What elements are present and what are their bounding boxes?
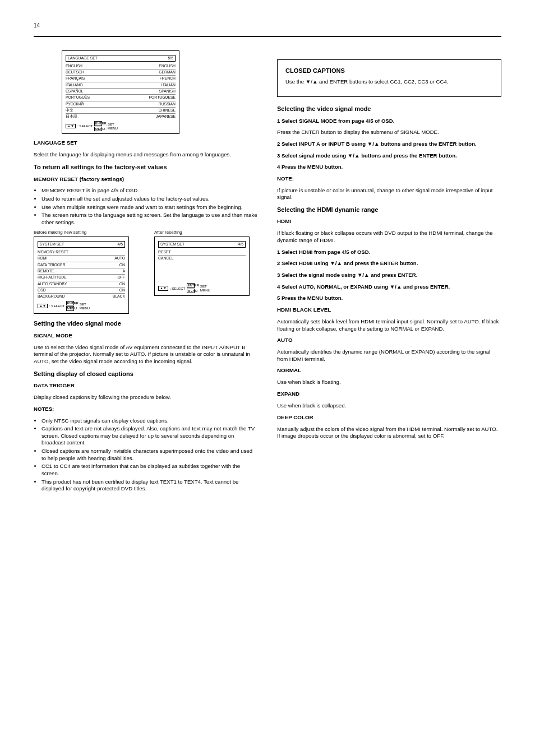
step-1-body: Press the ENTER button to display the su… [277, 129, 501, 136]
osd-row-value: RUSSIAN [159, 102, 176, 106]
hdmi-black-level-subhead: HDMI BLACK LEVEL [277, 307, 501, 314]
closed-captions-section-head: Setting display of closed captions [34, 370, 258, 378]
signal-mode-subhead: SIGNAL MODE [34, 332, 258, 340]
osd-row-value: SPANISH [159, 89, 176, 94]
osd-row-label: REMOTE [38, 269, 54, 273]
left-column: LANGUAGE SET 5/5 ENGLISHENGLISH DEUTSCHG… [34, 48, 258, 495]
data-trigger-body: Display closed captions by following the… [34, 394, 258, 401]
osd-hint-select: : SELECT [77, 124, 93, 128]
osd-row-value: PORTUGUESE [149, 95, 176, 100]
closed-caption-notes: Only NTSC input signals can display clos… [34, 418, 258, 493]
deep-color-body: Manually adjust the colors of the video … [277, 426, 501, 440]
osd-screen-system-after: SYSTEM SET 4/5 RESET CANCEL ▲▼ : SELECT … [154, 236, 250, 296]
osd-page-indicator: 4/5 [238, 242, 243, 247]
note-body: If picture is unstable or color is unnat… [277, 187, 501, 201]
list-item: This product has not been certified to d… [41, 479, 258, 493]
after-reset-label: After resetting [154, 230, 258, 236]
step-3: 3 Select signal mode using ▼/▲ buttons a… [277, 152, 501, 160]
osd-row-value: ON [119, 288, 125, 293]
osd-row-value: A [122, 269, 125, 273]
hdmi-section-head: Selecting the HDMI dynamic range [277, 206, 501, 214]
signal-mode-body: Use to select the video signal mode of A… [34, 344, 258, 365]
osd-row-label: DATA TRIGGER [38, 263, 65, 267]
osd-title: SYSTEM SET [160, 242, 185, 247]
osd-screen-system-before: SYSTEM SET 4/5 MEMORY RESET HDMIAUTO DAT… [34, 236, 129, 314]
osd-page-indicator: 4/5 [118, 242, 123, 247]
osd-row-value: CHINESE [159, 108, 176, 113]
list-item: Captions and text are not always display… [41, 425, 258, 447]
notes-head: NOTES: [34, 406, 258, 413]
hdmi-body: If black floating or black collapse occu… [277, 230, 501, 244]
osd-row-label: ITALIANO [66, 83, 82, 87]
cc-box-title: CLOSED CAPTIONS [285, 67, 493, 75]
osd-row-label: AUTO STANDBY [38, 282, 67, 286]
osd-row-label: PORTUGUÊS [66, 95, 90, 100]
hdmi-step-3: 3 Select the signal mode using ▼/▲ and p… [277, 272, 501, 279]
osd-hint-menu: : MENU [198, 288, 210, 292]
osd-row-value: ON [119, 263, 125, 267]
list-item: Use when multiple settings were made and… [41, 204, 258, 211]
osd-title: SYSTEM SET [40, 242, 64, 247]
header-rule [34, 36, 501, 37]
osd-row-label: РУССКИЙ [66, 102, 84, 106]
osd-row-label: MEMORY RESET [38, 250, 68, 254]
closed-captions-callout-box: CLOSED CAPTIONS Use the ▼/▲ and ENTER bu… [277, 59, 501, 97]
expand-body: Use when black is collapsed. [277, 402, 501, 410]
right-column: CLOSED CAPTIONS Use the ▼/▲ and ENTER bu… [277, 48, 501, 495]
deep-color-subhead: DEEP COLOR [277, 414, 501, 421]
osd-row-value: AUTO [114, 256, 125, 261]
osd-hint-select: : SELECT [49, 304, 65, 308]
auto-label: AUTO [277, 337, 501, 344]
osd-hint-set: : SET [105, 122, 118, 126]
menu-key-icon: MENU [94, 127, 102, 132]
hdmi-step-4: 4 Select AUTO, NORMAL, or EXPAND using ▼… [277, 284, 501, 291]
osd-hint-set: : SET [198, 284, 210, 288]
cc-box-body: Use the ▼/▲ and ENTER buttons to select … [285, 78, 493, 86]
osd-row-label: RESET [158, 250, 171, 254]
osd-hint-menu: : MENU [105, 126, 118, 130]
normal-body: Use when black is floating. [277, 379, 501, 386]
osd-page-indicator: 5/5 [168, 56, 173, 61]
step-4: 4 Press the MENU button. [277, 164, 501, 171]
osd-title: LANGUAGE SET [68, 56, 98, 61]
osd-row-value: ENGLISH [159, 64, 176, 68]
memory-reset-head: MEMORY RESET (factory settings) [34, 176, 258, 183]
factory-reset-section-head: To return all settings to the factory-se… [34, 163, 258, 171]
osd-hint-menu: : MENU [77, 306, 90, 310]
osd-row-value: GERMAN [159, 70, 176, 75]
step-1: 1 Select SIGNAL MODE from page 4/5 of OS… [277, 118, 501, 125]
list-item: Closed captions are normally invisible c… [41, 448, 258, 462]
osd-row-label: 中文 [66, 108, 73, 113]
osd-row-label: ENGLISH [66, 64, 82, 68]
hdmi-step-5: 5 Press the MENU button. [277, 295, 501, 302]
normal-label: NORMAL [277, 367, 501, 374]
hdmi-black-level-body: Automatically sets black level from HDMI… [277, 318, 501, 332]
osd-hint-select: : SELECT [170, 286, 186, 290]
osd-row-value: FRENCH [160, 76, 176, 81]
osd-row-label: HIGH-ALTITUDE [38, 275, 67, 280]
list-item: CC1 to CC4 are text information that can… [41, 463, 258, 477]
language-set-body: Select the language for displaying menus… [34, 151, 258, 159]
updown-icon: ▲▼ [38, 304, 48, 309]
osd-row-label: ESPAÑOL [66, 89, 84, 94]
menu-key-icon: MENU [66, 306, 74, 311]
language-set-head: LANGUAGE SET [34, 140, 258, 147]
hdmi-step-1: 1 Select HDMI from page 4/5 of OSD. [277, 249, 501, 256]
selecting-signal-mode-head: Selecting the video signal mode [277, 105, 501, 113]
enter-key-icon: ENTER [187, 283, 195, 288]
list-item: MEMORY RESET is in page 4/5 of OSD. [41, 187, 258, 194]
osd-screen-language: LANGUAGE SET 5/5 ENGLISHENGLISH DEUTSCHG… [62, 50, 179, 134]
osd-row-value: ON [119, 282, 125, 286]
osd-row-value: JAPANESE [156, 114, 176, 119]
osd-row-label: OSD [38, 288, 46, 293]
menu-key-icon: MENU [187, 289, 195, 294]
osd-row-label: 日本語 [66, 114, 77, 119]
osd-row-label: CANCEL [158, 256, 174, 261]
step-2: 2 Select INPUT A or INPUT B using ▼/▲ bu… [277, 141, 501, 148]
updown-icon: ▲▼ [158, 286, 168, 291]
page-number: 14 [34, 22, 40, 29]
osd-row-label: DEUTSCH [66, 70, 84, 75]
osd-hint-set: : SET [77, 302, 90, 306]
osd-row-label: BACKGROUND [38, 294, 65, 299]
expand-label: EXPAND [277, 391, 501, 398]
